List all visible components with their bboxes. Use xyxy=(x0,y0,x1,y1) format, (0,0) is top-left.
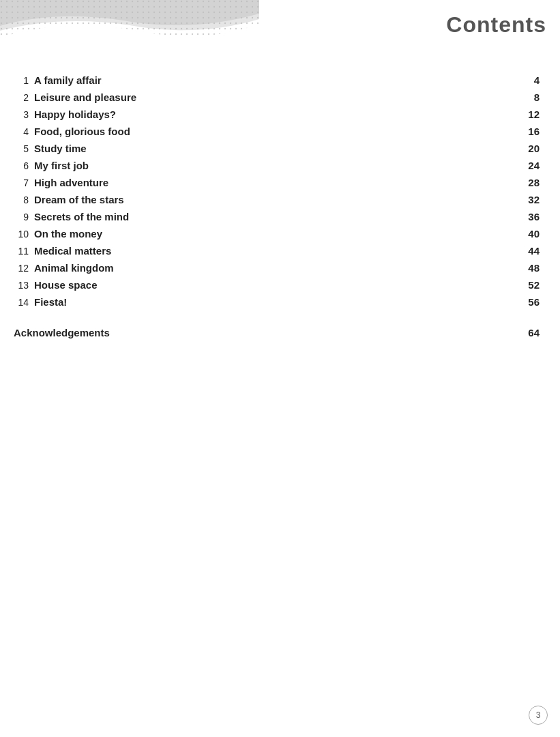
row-page: 24 xyxy=(519,160,546,171)
table-row: 6My first job24 xyxy=(14,157,546,174)
row-page: 28 xyxy=(519,177,546,188)
row-number: 1 xyxy=(14,75,34,86)
acknowledgements-page: 64 xyxy=(519,327,546,338)
row-title: Happy holidays? xyxy=(34,109,519,120)
row-page: 32 xyxy=(519,194,546,205)
row-title: Secrets of the mind xyxy=(34,211,519,222)
row-number: 7 xyxy=(14,177,34,188)
table-row: 2Leisure and pleasure8 xyxy=(14,89,546,106)
row-number: 12 xyxy=(14,263,34,274)
row-number: 9 xyxy=(14,212,34,222)
row-title: Animal kingdom xyxy=(34,262,519,274)
row-title: Study time xyxy=(34,143,519,154)
dot-pattern-svg xyxy=(0,0,259,41)
header-decoration xyxy=(0,0,286,48)
table-row: 4Food, glorious food16 xyxy=(14,123,546,140)
row-number: 14 xyxy=(14,297,34,308)
contents-table: 1A family affair42Leisure and pleasure83… xyxy=(0,58,560,355)
row-title: On the money xyxy=(34,228,519,240)
row-number: 11 xyxy=(14,246,34,257)
table-row: 11Medical matters44 xyxy=(14,242,546,259)
table-row: 5Study time20 xyxy=(14,140,546,157)
row-title: Dream of the stars xyxy=(34,194,519,205)
header: Contents xyxy=(0,0,560,51)
page-number: 3 xyxy=(529,706,548,725)
row-page: 12 xyxy=(519,109,546,120)
row-title: House space xyxy=(34,279,519,291)
row-page: 52 xyxy=(519,279,546,291)
row-page: 36 xyxy=(519,211,546,222)
row-page: 4 xyxy=(519,74,546,86)
row-title: Fiesta! xyxy=(34,296,519,308)
row-page: 8 xyxy=(519,91,546,103)
row-title: My first job xyxy=(34,160,519,171)
row-number: 5 xyxy=(14,143,34,154)
row-number: 2 xyxy=(14,92,34,103)
row-page: 20 xyxy=(519,143,546,154)
row-title: Leisure and pleasure xyxy=(34,91,519,103)
table-row: 1A family affair4 xyxy=(14,72,546,89)
page-title: Contents xyxy=(446,12,546,38)
table-row: 9Secrets of the mind36 xyxy=(14,208,546,225)
row-page: 16 xyxy=(519,126,546,137)
acknowledgements-title: Acknowledgements xyxy=(14,327,519,338)
row-number: 4 xyxy=(14,126,34,137)
row-title: High adventure xyxy=(34,177,519,188)
row-page: 48 xyxy=(519,262,546,274)
row-page: 44 xyxy=(519,245,546,257)
row-number: 8 xyxy=(14,194,34,205)
row-title: Food, glorious food xyxy=(34,126,519,137)
row-number: 6 xyxy=(14,160,34,171)
row-number: 13 xyxy=(14,280,34,291)
row-number: 10 xyxy=(14,229,34,240)
row-number: 3 xyxy=(14,109,34,120)
table-row: 3Happy holidays?12 xyxy=(14,106,546,123)
acknowledgements-row: Acknowledgements64 xyxy=(14,324,546,341)
table-row: 8Dream of the stars32 xyxy=(14,191,546,208)
row-title: A family affair xyxy=(34,74,519,86)
row-page: 56 xyxy=(519,296,546,308)
table-row: 10On the money40 xyxy=(14,225,546,242)
table-row: 12Animal kingdom48 xyxy=(14,259,546,276)
table-row: 14Fiesta!56 xyxy=(14,293,546,310)
table-row: 7High adventure28 xyxy=(14,174,546,191)
row-page: 40 xyxy=(519,228,546,240)
row-title: Medical matters xyxy=(34,245,519,257)
table-row: 13House space52 xyxy=(14,276,546,293)
